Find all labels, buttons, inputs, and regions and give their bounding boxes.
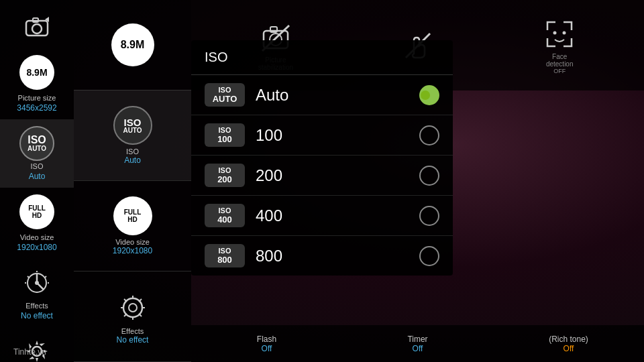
svg-point-4 [35, 281, 39, 285]
iso-icon-label: ISO [28, 135, 46, 145]
fullhd-icon: FULLHD [19, 194, 54, 229]
iso-800-label: 800 [256, 247, 419, 265]
iso-auto-badge: ISO AUTO [205, 83, 245, 107]
iso-400-badge: ISO 400 [205, 204, 245, 227]
panel-picture-size-icon: 8.9M [111, 23, 154, 66]
panel-iso-label: ISO [126, 147, 139, 156]
timer-option[interactable]: Timer Off [342, 335, 493, 353]
timer-label: Timer [407, 335, 427, 344]
video-size-option[interactable]: FULLHD Video size 1920x1080 [0, 188, 74, 259]
svg-line-16 [124, 299, 127, 302]
panel-iso-value: Auto [124, 156, 141, 165]
camera-switch-button[interactable] [0, 5, 74, 48]
video-size-label: Video size [20, 233, 54, 241]
panel-effects-value: No effect [117, 335, 149, 345]
iso-label: ISO [31, 162, 44, 170]
effects-value: No effect [21, 311, 53, 320]
flash-option[interactable]: Flash Off [191, 335, 342, 353]
flash-label: Flash [257, 335, 276, 344]
iso-current-value: Auto [29, 172, 46, 181]
svg-line-6 [45, 276, 46, 278]
picture-size-label: Picture size [18, 94, 56, 102]
effects-icon [19, 265, 54, 300]
watermark: Tinhte.vn [13, 347, 46, 357]
panel-video-label: Video size [115, 238, 150, 246]
iso-200-radio[interactable] [419, 166, 439, 186]
settings-panel: 8.9M ISO AUTO ISO Auto FULLHD Video size… [74, 0, 191, 362]
panel-iso-auto[interactable]: ISO AUTO ISO Auto [74, 90, 191, 181]
iso-dropdown: ISO ISO AUTO Auto ISO 100 100 ISO 2 [191, 40, 453, 276]
panel-fullhd-icon: FULLHD [113, 196, 152, 235]
iso-option-400[interactable]: ISO 400 400 [191, 196, 453, 236]
iso-100-radio[interactable] [419, 125, 439, 145]
picture-size-option[interactable]: 8.9M Picture size 3456x2592 [0, 48, 74, 119]
svg-point-26 [553, 31, 557, 34]
panel-video-value: 1920x1080 [113, 246, 152, 255]
svg-point-27 [563, 31, 566, 34]
bottom-bar: Flash Off Timer Off (Rich tone) Off [191, 325, 644, 362]
panel-iso-text: ISO [124, 117, 142, 127]
svg-line-8 [28, 276, 29, 278]
rich-tone-value: Off [564, 344, 574, 353]
face-detection-status: OFF [553, 68, 566, 74]
svg-point-1 [32, 24, 42, 34]
iso-400-radio[interactable] [419, 206, 439, 226]
panel-picture-size[interactable]: 8.9M [74, 0, 191, 90]
iso-800-radio[interactable] [419, 246, 439, 266]
svg-line-19 [124, 314, 127, 316]
left-sidebar: 8.9M Picture size 3456x2592 ISO AUTO ISO… [0, 0, 74, 362]
iso-auto-radio[interactable] [419, 85, 439, 105]
iso-100-badge: ISO 100 [205, 123, 245, 147]
iso-200-badge: ISO 200 [205, 164, 245, 187]
rich-tone-option[interactable]: (Rich tone) Off [493, 335, 644, 353]
effects-label: Effects [25, 302, 48, 310]
panel-effects[interactable]: Effects No effect [74, 272, 191, 362]
iso-option-auto[interactable]: ISO AUTO Auto [191, 75, 453, 115]
flash-value: Off [262, 344, 272, 353]
svg-line-17 [139, 314, 142, 316]
iso-option-800[interactable]: ISO 800 800 [191, 236, 453, 276]
video-size-value: 1920x1080 [17, 243, 56, 252]
iso-200-label: 200 [256, 166, 419, 185]
effects-option[interactable]: Effects No effect [0, 259, 74, 327]
picture-size-icon: 8.9M [19, 55, 54, 90]
camera-switch-icon [23, 15, 50, 38]
panel-effects-icon [113, 288, 152, 327]
iso-option-200[interactable]: ISO 200 200 [191, 156, 453, 196]
iso-auto-icon: AUTO [28, 145, 46, 152]
rich-tone-label: (Rich tone) [549, 335, 588, 344]
face-detection-label: Facedetection [546, 53, 574, 68]
svg-line-18 [139, 299, 142, 302]
settings-button[interactable] [0, 327, 74, 362]
iso-100-label: 100 [256, 126, 419, 145]
iso-800-badge: ISO 800 [205, 244, 245, 267]
iso-dropdown-title: ISO [191, 40, 453, 75]
panel-video-size[interactable]: FULLHD Video size 1920x1080 [74, 181, 191, 272]
iso-option-100[interactable]: ISO 100 100 [191, 115, 453, 156]
picture-size-value: 3456x2592 [17, 103, 56, 113]
panel-effects-label: Effects [121, 327, 144, 335]
face-detection-icon [542, 17, 577, 52]
iso-option[interactable]: ISO AUTO ISO Auto [0, 119, 74, 188]
svg-point-20 [129, 304, 137, 312]
panel-auto-text: AUTO [123, 127, 142, 134]
iso-400-label: 400 [256, 206, 419, 225]
timer-value: Off [413, 344, 423, 353]
face-detection-option[interactable]: Facedetection OFF [542, 17, 577, 74]
iso-auto-label: Auto [256, 86, 419, 105]
